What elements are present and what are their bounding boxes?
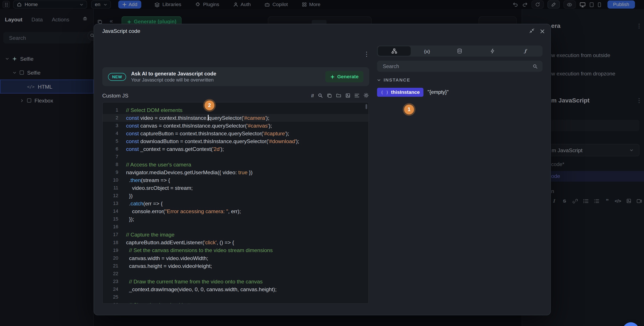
javascript-code-modal: JavaScript code ⋮ NEW Ask AI to generate… bbox=[94, 24, 551, 316]
slash-comment-button[interactable]: // bbox=[311, 93, 314, 98]
copy-button[interactable] bbox=[327, 93, 332, 98]
line-number: 12 bbox=[103, 192, 118, 200]
code-line-9[interactable]: 9navigator.mediaDevices.getUserMedia({ v… bbox=[103, 169, 368, 176]
database-icon bbox=[457, 48, 462, 54]
variable-tab-lightning[interactable] bbox=[476, 46, 509, 56]
annotation-badge-1: 1 bbox=[404, 105, 414, 115]
lightning-icon bbox=[490, 48, 494, 54]
modal-title: JavaScript code bbox=[102, 28, 140, 34]
function-icon: ƒ bbox=[524, 48, 526, 54]
code-line-10[interactable]: 10 .then(stream => { bbox=[103, 176, 368, 184]
line-number: 7 bbox=[103, 153, 118, 161]
sparkle-icon bbox=[330, 74, 335, 79]
line-number: 21 bbox=[103, 262, 118, 270]
code-line-24[interactable]: 24 _context.drawImage(video, 0, 0, canva… bbox=[103, 285, 368, 293]
code-line-14[interactable]: 14 console.error("Error accessing camera… bbox=[103, 207, 368, 215]
image-icon bbox=[346, 93, 350, 98]
minimize-modal-button[interactable] bbox=[527, 28, 537, 35]
formula-icon: {x} bbox=[424, 49, 430, 54]
this-instance-value: "{empty}" bbox=[428, 89, 448, 95]
ai-banner-subtitle: Your Javascript code will be overwritten bbox=[131, 77, 216, 82]
line-number: 26 bbox=[103, 301, 118, 304]
paren-icon: ( ) bbox=[381, 90, 388, 95]
line-number: 23 bbox=[103, 278, 118, 285]
line-number: 14 bbox=[103, 207, 118, 215]
code-lines: 1// Select DOM elements2const video = co… bbox=[103, 103, 368, 303]
line-number: 17 bbox=[103, 231, 118, 239]
editor-scrollbar-thumb[interactable] bbox=[366, 104, 367, 109]
modal-right-panel: {x}ƒ INSTANCE ( ) thisInstance "{empty}" bbox=[377, 46, 542, 97]
code-line-1[interactable]: 1// Select DOM elements bbox=[103, 106, 368, 114]
annotation-badge-2: 2 bbox=[205, 101, 214, 111]
code-line-22[interactable]: 22 bbox=[103, 270, 368, 278]
code-line-18[interactable]: 18captureButton.addEventListener('click'… bbox=[103, 239, 368, 246]
line-number: 9 bbox=[103, 169, 118, 176]
line-number: 19 bbox=[103, 246, 118, 254]
code-line-5[interactable]: 5const downloadButton = context.thisInst… bbox=[103, 137, 368, 145]
code-line-16[interactable]: 16 bbox=[103, 223, 368, 231]
chevron-down-icon bbox=[377, 78, 381, 82]
app-window: Home en Add LibrariesPluginsAuthCopilotM… bbox=[0, 0, 644, 326]
line-number: 1 bbox=[103, 106, 118, 114]
code-line-4[interactable]: 4const captureButton = context.thisInsta… bbox=[103, 130, 368, 137]
code-line-8[interactable]: 8// Access the user's camera bbox=[103, 161, 368, 169]
variable-tabs: {x}ƒ bbox=[377, 46, 542, 57]
folder-button[interactable] bbox=[336, 93, 342, 98]
line-number: 10 bbox=[103, 176, 118, 184]
code-line-7[interactable]: 7 bbox=[103, 153, 368, 161]
close-modal-button[interactable] bbox=[538, 28, 547, 35]
line-number: 24 bbox=[103, 285, 118, 293]
code-line-13[interactable]: 13 .catch(err => { bbox=[103, 200, 368, 207]
instance-section-label: INSTANCE bbox=[384, 77, 410, 82]
align-button[interactable] bbox=[354, 93, 360, 98]
line-number: 4 bbox=[103, 130, 118, 137]
folder-icon bbox=[336, 93, 342, 98]
editor-toolbar: // bbox=[102, 93, 369, 98]
image-button[interactable] bbox=[346, 93, 350, 98]
this-instance-token[interactable]: ( ) thisInstance bbox=[377, 88, 423, 97]
variable-tab-function[interactable]: ƒ bbox=[509, 46, 542, 56]
this-instance-label: thisInstance bbox=[391, 89, 420, 95]
line-number: 25 bbox=[103, 293, 118, 301]
close-icon bbox=[540, 29, 544, 34]
variable-tab-tree[interactable] bbox=[378, 46, 410, 56]
code-line-25[interactable]: 25 bbox=[103, 293, 368, 301]
generate-ai-button[interactable]: Generate bbox=[325, 71, 363, 82]
search-icon bbox=[318, 93, 323, 98]
settings-button[interactable] bbox=[364, 93, 369, 98]
line-number: 3 bbox=[103, 122, 118, 130]
code-editor[interactable]: 1// Select DOM elements2const video = co… bbox=[102, 102, 369, 304]
code-line-23[interactable]: 23 // Draw the current frame from the vi… bbox=[103, 278, 368, 285]
code-line-6[interactable]: 6const _context = canvas.getContext('2d'… bbox=[103, 145, 368, 153]
editor-options-button[interactable]: ⋮ bbox=[361, 50, 372, 58]
code-line-19[interactable]: 19 // Set the canvas dimensions to the v… bbox=[103, 246, 368, 254]
variable-tab-database[interactable] bbox=[444, 46, 476, 56]
code-line-21[interactable]: 21 canvas.height = video.videoHeight; bbox=[103, 262, 368, 270]
code-line-12[interactable]: 12 }) bbox=[103, 192, 368, 200]
line-number: 13 bbox=[103, 200, 118, 207]
code-line-26[interactable]: 26 // Show the download button bbox=[103, 301, 368, 304]
code-line-17[interactable]: 17// Capture the image bbox=[103, 231, 368, 239]
align-icon bbox=[354, 93, 360, 98]
code-line-20[interactable]: 20 canvas.width = video.videoWidth; bbox=[103, 254, 368, 262]
code-line-2[interactable]: 2const video = context.thisInstance.quer… bbox=[103, 114, 368, 122]
kebab-icon: ⋮ bbox=[364, 50, 370, 57]
copy-icon bbox=[327, 93, 332, 98]
line-number: 20 bbox=[103, 254, 118, 262]
slash-comment-icon: // bbox=[311, 93, 314, 98]
search-icon bbox=[533, 64, 538, 69]
code-line-11[interactable]: 11 video.srcObject = stream; bbox=[103, 184, 368, 192]
variable-tab-formula[interactable]: {x} bbox=[410, 46, 443, 56]
line-number: 6 bbox=[103, 145, 118, 153]
line-number: 8 bbox=[103, 161, 118, 169]
code-line-3[interactable]: 3const canvas = context.thisInstance.que… bbox=[103, 122, 368, 130]
line-number: 2 bbox=[103, 114, 118, 122]
new-badge: NEW bbox=[108, 73, 126, 81]
ai-banner-title: Ask AI to generate Javascript code bbox=[131, 71, 216, 77]
search-button[interactable] bbox=[318, 93, 323, 98]
generate-ai-label: Generate bbox=[337, 74, 358, 80]
code-line-15[interactable]: 15 }); bbox=[103, 215, 368, 223]
variable-search-input[interactable] bbox=[382, 63, 533, 69]
instance-section-header[interactable]: INSTANCE bbox=[377, 77, 542, 82]
variable-search bbox=[377, 61, 542, 72]
